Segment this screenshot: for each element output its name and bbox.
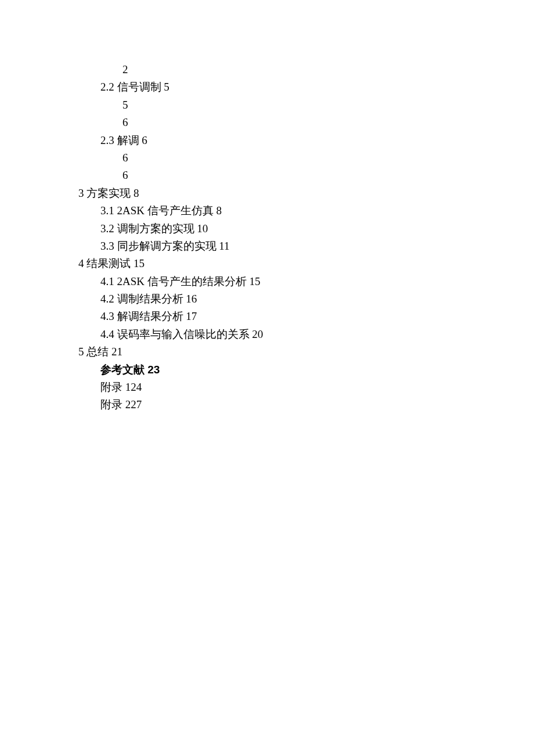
toc-line: 4.1 2ASK 信号产生的结果分析 15 <box>78 273 464 290</box>
toc-line: 6 <box>78 167 464 184</box>
toc-section-heading: 5 总结 21 <box>78 343 464 361</box>
toc-line: 4.2 调制结果分析 16 <box>78 290 464 308</box>
toc-line: 6 <box>78 149 464 167</box>
toc-line: 2.3 解调 6 <box>78 132 464 149</box>
toc-line: 5 <box>78 96 464 114</box>
toc-section-heading: 3 方案实现 8 <box>78 185 464 202</box>
toc-line: 3.1 2ASK 信号产生仿真 8 <box>78 202 464 219</box>
toc-line: 3.2 调制方案的实现 10 <box>78 220 464 237</box>
toc-line: 6 <box>78 114 464 131</box>
toc-references-heading: 参考文献 23 <box>78 361 464 379</box>
toc-line: 2.2 信号调制 5 <box>78 78 464 96</box>
toc-appendix-line: 附录 227 <box>78 396 464 413</box>
toc-section-heading: 4 结果测试 15 <box>78 255 464 272</box>
document-page: 2 2.2 信号调制 5 5 6 2.3 解调 6 6 6 3 方案实现 8 3… <box>0 0 534 414</box>
toc-line: 4.4 误码率与输入信噪比的关系 20 <box>78 326 464 343</box>
toc-line: 4.3 解调结果分析 17 <box>78 308 464 325</box>
toc-line: 3.3 同步解调方案的实现 11 <box>78 237 464 255</box>
toc-appendix-line: 附录 124 <box>78 379 464 396</box>
toc-line: 2 <box>78 61 464 78</box>
